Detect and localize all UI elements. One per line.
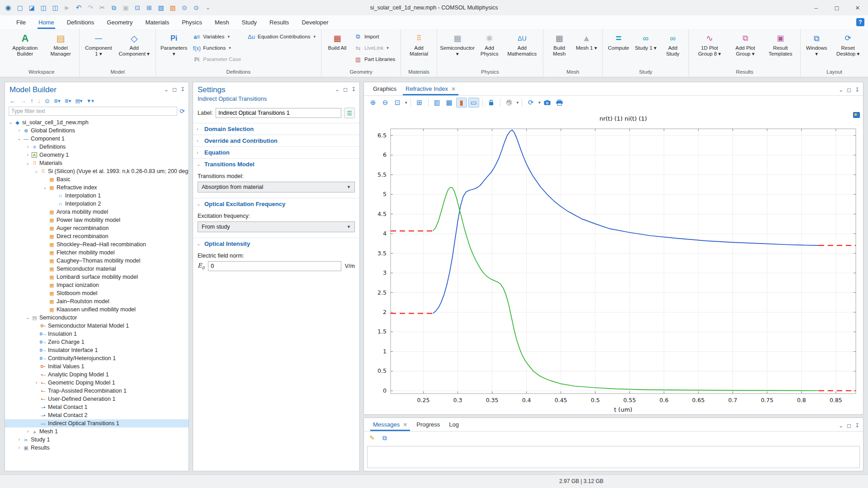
- tree-item-semiconductor-material[interactable]: ▦Semiconductor material: [5, 265, 189, 273]
- tree-item-si-solar-cell-1d-new-mph[interactable]: ⌄◆si_solar_cell_1d_new.mph: [5, 118, 189, 127]
- ribbon-result-templates-button[interactable]: ▣Result Templates: [763, 31, 797, 58]
- ribbon-model-manager-button[interactable]: ▤Model Manager: [45, 31, 77, 58]
- ribbon-semiconductor-button[interactable]: ▦Semiconductor ▾: [440, 31, 475, 58]
- move-down-button[interactable]: ↓: [38, 97, 41, 104]
- tree-item-si-silicon-vuye-et-al-1993-n-k-0-26-0-83-um-200-degc[interactable]: ⌄⠿Si (Silicon) (Vuye et al. 1993: n,k 0.…: [5, 167, 189, 175]
- tree-item-refractive-index[interactable]: ⌄▦Refractive index: [5, 183, 189, 192]
- qat-delete-button[interactable]: ⊞: [144, 2, 155, 13]
- float-panel-icon[interactable]: ◻: [847, 422, 851, 429]
- tree-item-caughey-thomas-mobility-model[interactable]: ▦Caughey–Thomas mobility model: [5, 257, 189, 265]
- collapse-all-button[interactable]: ≣▾: [54, 98, 61, 104]
- ribbon-parameter-case-button[interactable]: PiParameter Case: [190, 54, 244, 64]
- ribbon-variables-button[interactable]: a=Variables▾: [190, 32, 244, 42]
- dropdown-caret-icon[interactable]: ▾: [517, 100, 519, 105]
- graphics-tab-refractive-index[interactable]: Refractive Index✕: [401, 82, 460, 95]
- transitions-model-select[interactable]: Absorption from material▼: [198, 182, 355, 192]
- tree-item-basic[interactable]: ▦Basic: [5, 175, 189, 183]
- qat-undo-button[interactable]: ↶: [73, 2, 84, 13]
- collapse-arrow-icon[interactable]: ⌄: [25, 314, 31, 322]
- qat-copy-button[interactable]: ⧉: [108, 2, 119, 13]
- qat-redo-button[interactable]: ↷: [85, 2, 96, 13]
- plot-canvas[interactable]: 0.250.30.350.40.450.50.550.60.650.70.750…: [364, 110, 863, 414]
- tree-item-klaassen-unified-mobility-model[interactable]: ▦Klaassen unified mobility model: [5, 305, 189, 314]
- maximize-button[interactable]: ◻: [826, 0, 847, 15]
- ribbon-add-mathematics-button[interactable]: ΔUAdd Mathematics: [504, 31, 540, 58]
- x-axis-grid-button[interactable]: ▥: [432, 98, 443, 108]
- copy-button[interactable]: ⧉: [380, 433, 389, 443]
- zoom-out-button[interactable]: ⊖: [380, 98, 391, 108]
- ribbon-add-component-button[interactable]: ◇Add Component ▾: [115, 31, 152, 58]
- close-tab-icon[interactable]: ✕: [403, 422, 407, 428]
- ribbon-livelink-button[interactable]: ⇆LiveLink▾: [351, 43, 398, 53]
- menu-item-file[interactable]: File: [10, 15, 32, 29]
- move-up-button[interactable]: ↑: [30, 97, 33, 104]
- tree-item-global-definitions[interactable]: ›⊕Global Definitions: [5, 127, 189, 135]
- clear-button[interactable]: ✎: [368, 433, 377, 443]
- tree-item-interpolation-1[interactable]: ∩Interpolation 1: [5, 192, 189, 200]
- menu-item-mesh[interactable]: Mesh: [208, 15, 236, 29]
- tree-item-study-1[interactable]: ›∞Study 1: [5, 436, 189, 444]
- qat-search-button[interactable]: ⊙: [179, 2, 190, 13]
- tree-item-fletcher-mobility-model[interactable]: ▦Fletcher mobility model: [5, 249, 189, 257]
- electric-field-norm-input[interactable]: [208, 261, 341, 271]
- tree-item-direct-recombination[interactable]: ▦Direct recombination: [5, 232, 189, 240]
- tree-item-insulator-interface-1[interactable]: D→Insulator Interface 1: [5, 346, 189, 354]
- ribbon-study-1-button[interactable]: ∞Study 1 ▾: [632, 31, 659, 52]
- zoom-extents-button[interactable]: ⊞: [414, 98, 425, 108]
- menu-item-materials[interactable]: Materials: [139, 15, 175, 29]
- qat-save-button[interactable]: ◫: [38, 2, 49, 13]
- ribbon-functions-button[interactable]: f(x)Functions▾: [190, 43, 244, 53]
- messages-tab-progress[interactable]: Progress: [412, 418, 444, 431]
- menu-item-developer[interactable]: Developer: [295, 15, 335, 29]
- ribbon-add-physics-button[interactable]: ⚛Add Physics: [476, 31, 503, 58]
- node-text-button[interactable]: ▤▾: [75, 98, 82, 104]
- menu-item-definitions[interactable]: Definitions: [61, 15, 101, 29]
- go-back-button[interactable]: ←: [9, 97, 16, 104]
- print-button[interactable]: [554, 98, 565, 108]
- lock-axes-button[interactable]: [486, 98, 497, 108]
- section-header-domain-selection[interactable]: ›Domain Selection: [193, 123, 359, 135]
- help-button[interactable]: ?: [856, 18, 864, 26]
- menu-item-home[interactable]: Home: [32, 15, 61, 29]
- tree-item-slotboom-model[interactable]: ▦Slotboom model: [5, 289, 189, 297]
- qat-clear-selection-button[interactable]: ▨: [167, 2, 178, 13]
- tree-item-shockley-read-hall-recombination[interactable]: ▦Shockley–Read–Hall recombination: [5, 240, 189, 249]
- dropdown-caret-icon[interactable]: ▾: [405, 100, 407, 105]
- panel-menu-icon[interactable]: ⌄: [839, 87, 843, 93]
- menu-item-geometry[interactable]: Geometry: [100, 15, 139, 29]
- zoom-box-button[interactable]: ⊡: [392, 98, 403, 108]
- pin-panel-icon[interactable]: ↧: [855, 87, 859, 93]
- menu-item-study[interactable]: Study: [236, 15, 263, 29]
- tree-item-zero-charge-1[interactable]: D→Zero Charge 1: [5, 338, 189, 346]
- ribbon-mesh-1-button[interactable]: ▲Mesh 1 ▾: [573, 31, 599, 52]
- ribbon-add-study-button[interactable]: ∞Add Study: [660, 31, 686, 58]
- rename-button[interactable]: ☰: [344, 108, 355, 118]
- expand-arrow-icon[interactable]: ›: [16, 436, 22, 444]
- qat-open-file-button[interactable]: ◪: [26, 2, 37, 13]
- section-header-transitions-model[interactable]: ⌄Transitions Model: [193, 158, 359, 170]
- collapse-arrow-icon[interactable]: ⌄: [25, 159, 31, 167]
- panel-menu-icon[interactable]: ⌄: [839, 422, 843, 429]
- show-button[interactable]: ⊙: [45, 98, 50, 104]
- expand-arrow-icon[interactable]: ›: [25, 151, 31, 159]
- qat-select-box-button[interactable]: ▧: [156, 2, 166, 13]
- tree-item-arora-mobility-model[interactable]: ▦Arora mobility model: [5, 208, 189, 216]
- menu-item-physics[interactable]: Physics: [175, 15, 208, 29]
- qat-new-file-button[interactable]: ▢: [14, 2, 25, 13]
- qat-cut-button[interactable]: ✂: [97, 2, 108, 13]
- tree-item-materials[interactable]: ⌄⠿Materials: [5, 159, 189, 167]
- minimize-button[interactable]: –: [806, 0, 826, 15]
- close-tab-icon[interactable]: ✕: [451, 86, 456, 92]
- tree-item-analytic-doping-model-1[interactable]: •–Analytic Doping Model 1: [5, 371, 189, 379]
- section-header-equation[interactable]: ›Equation: [193, 146, 359, 158]
- panel-menu-icon[interactable]: ⌄: [335, 86, 340, 93]
- expand-arrow-icon[interactable]: ›: [25, 427, 31, 436]
- annotations-button[interactable]: ▭: [468, 98, 479, 108]
- tree-item-component-1[interactable]: ⌄―Component 1: [5, 135, 189, 143]
- tree-item-continuity-heterojunction-1[interactable]: D→Continuity/Heterojunction 1: [5, 354, 189, 362]
- filter-refresh-icon[interactable]: ⟳: [179, 108, 185, 115]
- zoom-in-button[interactable]: ⊕: [368, 98, 378, 108]
- float-panel-icon[interactable]: ◻: [343, 86, 348, 93]
- ribbon-add-plot-group-button[interactable]: ⧉Add Plot Group ▾: [728, 31, 763, 58]
- ribbon-equation-contributions-button[interactable]: ΔuEquation Contributions▾: [245, 32, 318, 42]
